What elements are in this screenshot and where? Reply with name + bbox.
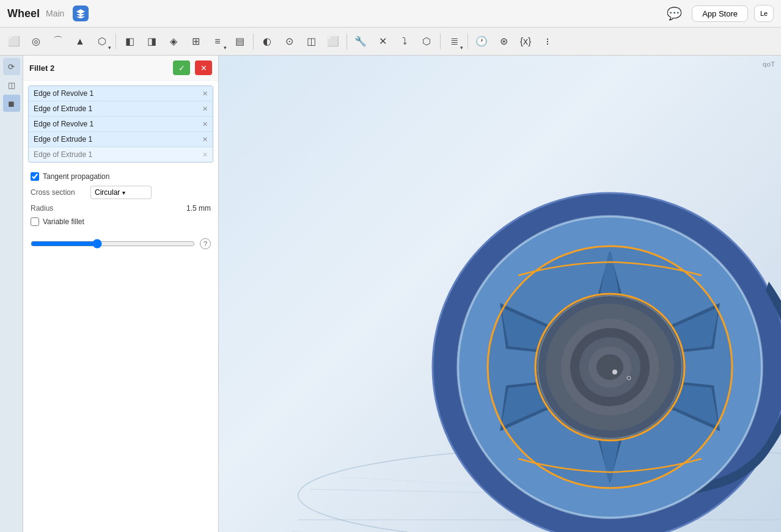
left-panel: ⟳ ◫ ◼ (0, 56, 23, 532)
toolbar-btn-18[interactable]: ⤵ (394, 31, 415, 52)
dropdown-chevron: ▾ (122, 189, 125, 196)
tangent-propagation-checkbox[interactable] (31, 172, 39, 181)
toolbar-btn-1[interactable]: ⬜ (4, 31, 24, 52)
toolbar-btn-11[interactable]: ▤ (229, 31, 250, 52)
edge-item-4[interactable]: Edge of Extrude 1 ✕ (29, 132, 213, 147)
toolbar-btn-16[interactable]: 🔧 (350, 31, 371, 52)
branch-label: Main (46, 9, 64, 18)
edge-label-5: Edge of Extrude 1 (34, 150, 202, 159)
remove-edge-1[interactable]: ✕ (202, 90, 208, 98)
toolbar-btn-2[interactable]: ◎ (26, 31, 46, 52)
left-panel-btn-4[interactable] (3, 512, 20, 530)
radius-label: Radius (31, 204, 53, 213)
edge-item-2[interactable]: Edge of Extrude 1 ✕ (29, 101, 213, 117)
help-icon[interactable]: ? (200, 238, 211, 249)
remove-edge-5[interactable]: ✕ (202, 151, 208, 159)
edge-label-1: Edge of Revolve 1 (34, 89, 202, 98)
appstore-button[interactable]: App Store (692, 5, 748, 22)
cross-section-row: Cross section Circular ▾ (31, 186, 211, 199)
toolbar-separator-4 (440, 34, 441, 49)
fillet-panel: Fillet 2 ✓ ✕ Edge of Revolve 1 ✕ Edge of… (23, 56, 219, 532)
main-content: ⟳ ◫ ◼ Fillet 2 ✓ ✕ Edge of Revolve 1 ✕ E… (0, 56, 781, 532)
edge-label-2: Edge of Extrude 1 (34, 104, 202, 113)
edge-item-3[interactable]: Edge of Revolve 1 ✕ (29, 117, 213, 132)
tangent-propagation-row: Tangent propagation (31, 172, 211, 181)
toolbar-btn-4[interactable]: ▲ (70, 31, 90, 52)
remove-edge-3[interactable]: ✕ (202, 120, 208, 128)
toolbar-btn-14[interactable]: ◫ (301, 31, 321, 52)
ground-plane (219, 56, 781, 532)
toolbar-btn-24[interactable]: ⫶ (537, 31, 558, 52)
svg-point-17 (596, 354, 623, 380)
fillet-options: Tangent propagation Cross section Circul… (23, 167, 218, 236)
toolbar-separator-2 (253, 34, 254, 49)
toolbar-separator-3 (346, 34, 347, 49)
fillet-slider[interactable] (31, 239, 195, 249)
extra-btn[interactable]: Le (754, 5, 774, 22)
edge-list: Edge of Revolve 1 ✕ Edge of Extrude 1 ✕ … (28, 86, 213, 162)
toolbar-btn-10[interactable]: ≡▾ (207, 31, 228, 52)
toolbar-btn-7[interactable]: ◨ (141, 31, 162, 52)
toolbar-btn-9[interactable]: ⊞ (185, 31, 206, 52)
toolbar-btn-3[interactable]: ⌒ (48, 31, 68, 52)
edge-item-1[interactable]: Edge of Revolve 1 ✕ (29, 86, 213, 101)
fillet-header: Fillet 2 ✓ ✕ (23, 56, 218, 81)
chat-icon[interactable]: 💬 (667, 6, 682, 21)
toolbar-separator-5 (468, 34, 468, 49)
cross-section-value: Circular (95, 188, 120, 197)
svg-point-21 (612, 370, 617, 374)
variable-fillet-checkbox[interactable] (31, 217, 39, 226)
cross-section-dropdown[interactable]: Circular ▾ (90, 186, 152, 199)
edge-label-4: Edge of Extrude 1 (34, 135, 202, 144)
left-panel-btn-3[interactable]: ◼ (3, 95, 20, 112)
titlebar: Wheel Main 💬 App Store Le (0, 0, 781, 27)
toolbar: ⬜ ◎ ⌒ ▲ ⬡▾ ◧ ◨ ◈ ⊞ ≡▾ ▤ ◐ ⊙ ◫ ⬜ 🔧 ✕ ⤵ ⬡ … (0, 27, 781, 56)
app-title: Wheel (7, 7, 40, 20)
confirm-button[interactable]: ✓ (173, 60, 190, 75)
toolbar-btn-22[interactable]: ⊛ (493, 31, 514, 52)
cancel-button[interactable]: ✕ (195, 60, 212, 75)
fillet-title: Fillet 2 (29, 64, 168, 73)
edge-label-3: Edge of Revolve 1 (34, 120, 202, 128)
slider-container: ? (23, 236, 218, 254)
toolbar-btn-20[interactable]: ≣▾ (444, 31, 464, 52)
toolbar-btn-23[interactable]: {x} (515, 31, 536, 52)
radius-value: 1.5 mm (186, 204, 211, 213)
toolbar-btn-15[interactable]: ⬜ (323, 31, 343, 52)
tangent-propagation-label: Tangent propagation (43, 172, 109, 181)
toolbar-btn-12[interactable]: ◐ (257, 31, 277, 52)
edge-item-5[interactable]: Edge of Extrude 1 ✕ (29, 147, 213, 162)
remove-edge-4[interactable]: ✕ (202, 136, 208, 144)
toolbar-btn-19[interactable]: ⬡ (416, 31, 437, 52)
toolbar-btn-8[interactable]: ◈ (163, 31, 184, 52)
3d-viewport[interactable]: qoT (219, 56, 781, 532)
toolbar-btn-21[interactable]: 🕐 (471, 31, 492, 52)
left-panel-btn-1[interactable]: ⟳ (3, 58, 20, 75)
variable-fillet-row: Variable fillet (31, 217, 211, 226)
remove-edge-2[interactable]: ✕ (202, 105, 208, 113)
cross-section-label: Cross section (31, 188, 86, 197)
toolbar-btn-17[interactable]: ✕ (372, 31, 393, 52)
toolbar-btn-6[interactable]: ◧ (119, 31, 140, 52)
left-panel-btn-2[interactable]: ◫ (3, 76, 20, 93)
variable-fillet-label: Variable fillet (43, 217, 84, 226)
toolbar-separator-1 (116, 34, 116, 49)
radius-row: Radius 1.5 mm (31, 204, 211, 213)
toolbar-btn-13[interactable]: ⊙ (279, 31, 299, 52)
toolbar-btn-5[interactable]: ⬡▾ (92, 31, 112, 52)
edu-icon (73, 5, 89, 21)
